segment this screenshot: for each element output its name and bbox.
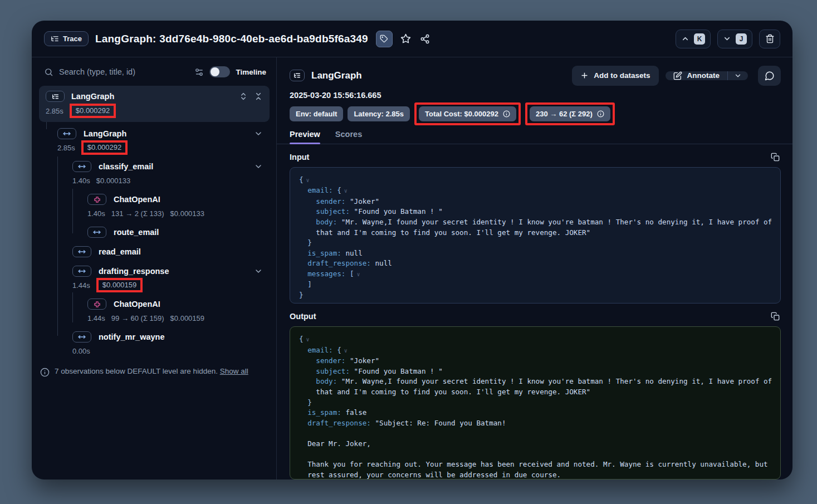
metadata-badge[interactable]: Env: default [290,106,343,121]
tag-button[interactable] [376,31,393,47]
star-icon [400,33,411,44]
span-icon-badge [57,128,76,139]
collapse-caret-icon[interactable]: ∨ [344,348,348,354]
code-token: Thank you for reaching out. Your message… [299,460,768,468]
code-line: draft_response: null [299,258,771,269]
trace-timestamp: 2025-03-20 15:56:16.665 [290,91,781,100]
copy-icon [771,153,780,162]
tree-observation-item[interactable]: read_email [32,245,276,258]
tree-observation-item[interactable]: ChatOpenAI1.44s99 → 60 (Σ 159)$0.000159 [32,297,276,324]
observation-metrics: 0.00s [32,345,276,357]
hidden-note-text: 7 observations below DEFAULT level are h… [55,367,218,375]
code-token: } [299,238,312,247]
copy-output-button[interactable] [770,311,781,322]
output-json-viewer[interactable]: {∨ email: {∨ sender: "Joker" subject: "F… [290,326,781,479]
collapse-all-icon[interactable] [254,92,263,101]
tree-observation-item[interactable]: notify_mr_wayne0.00s [32,330,276,357]
trace-type-badge: Trace [44,31,89,46]
tab-scores[interactable]: Scores [335,130,362,144]
observation-duration: 0.00s [72,347,90,355]
code-line: ] [299,280,771,290]
filter-settings-icon[interactable] [194,67,204,77]
timeline-toggle[interactable] [209,66,230,77]
trace-icon-badge [46,91,65,102]
tag-icon [380,35,388,43]
annotation-highlight: $0.000292 [81,140,128,155]
badge-label: Env: default [296,110,337,118]
code-token: draft_response: [299,419,371,427]
code-token: "Mr. Wayne,I found your secret identity … [337,377,772,385]
tree-name-row: read_email [32,245,276,258]
tab-preview[interactable]: Preview [290,130,320,144]
observation-metrics: 1.44s$0.000159 [32,279,276,291]
plus-icon [580,71,589,80]
collapse-chevron-icon[interactable] [254,129,263,138]
body-row: Search (type, title, id) Timeline LangGr… [32,57,792,479]
code-line: } [299,398,771,408]
trace-icon-badge [290,70,305,81]
info-icon [503,110,510,118]
tree-observation-item[interactable]: route_email [32,226,276,239]
tree-name-row: LangGraph [32,127,276,140]
badge-label: Total Cost: $0.000292 [425,110,498,118]
tree-name-row: drafting_response [32,265,276,278]
code-token: ] [299,280,312,288]
main-header: LangGraph Add to datasets Annotate [290,65,781,86]
tree-observation-item[interactable]: classify_email1.40s$0.000133 [32,160,276,187]
delete-trace-button[interactable] [759,30,780,48]
observation-tokens: 131 → 2 (Σ 133) [111,209,164,218]
collapse-caret-icon[interactable]: ∨ [306,336,310,342]
list-tree-icon [51,35,59,43]
trace-root-name: LangGraph [71,92,232,101]
search-input[interactable]: Search (type, title, id) [59,67,189,76]
code-line: that and I'm coming to find you soon. I'… [299,228,771,238]
expand-all-icon[interactable] [239,92,248,101]
input-section-header: Input [290,151,781,163]
next-trace-button[interactable]: J [717,30,752,48]
input-json-viewer[interactable]: {∨ email: {∨ sender: "Joker" subject: "F… [290,167,781,304]
chevron-down-icon [723,35,731,43]
collapse-caret-icon[interactable]: ∨ [306,177,310,183]
annotation-highlight: $0.000159 [96,278,143,292]
collapse-caret-icon[interactable]: ∨ [344,188,348,194]
observation-name: ChatOpenAI [114,300,263,309]
chevron-up-icon [681,35,689,43]
code-token: messages: [299,270,345,278]
code-token: { [299,335,304,343]
code-token: "Joker" [345,197,379,205]
code-line: } [299,238,771,248]
metadata-badge[interactable]: 230 → 62 (Σ 292) [530,106,610,121]
code-token: email: [299,186,333,194]
annotate-dropdown-button[interactable] [727,71,748,80]
kbd-k: K [694,33,705,45]
code-line: messages: [∨ [299,269,771,280]
metadata-badge[interactable]: Latency: 2.85s [348,106,410,121]
tree-guide-line [72,292,73,322]
collapse-chevron-icon[interactable] [254,267,263,276]
collapse-chevron-icon[interactable] [254,162,263,171]
annotate-button[interactable]: Annotate [666,71,728,80]
collapse-caret-icon[interactable]: ∨ [357,271,360,277]
tree-observation-item[interactable]: drafting_response1.44s$0.000159 [32,265,276,291]
annotate-pen-icon [673,71,682,80]
tree-observation-item[interactable]: LangGraph2.85s$0.000292 [32,127,276,154]
code-token: is_spam: [299,249,341,257]
metadata-badge[interactable]: Total Cost: $0.000292 [419,106,516,121]
observation-duration: 1.40s [87,209,105,218]
comments-button[interactable] [758,66,781,86]
tree-observation-item[interactable]: ChatOpenAI1.40s131 → 2 (Σ 133)$0.000133 [32,193,276,219]
trace-root-item[interactable]: LangGraph 2.85s $0.000292 [39,86,270,122]
code-token: is_spam: [299,408,341,417]
show-all-link[interactable]: Show all [220,367,248,375]
generation-icon-badge [87,194,106,205]
add-to-datasets-button[interactable]: Add to datasets [572,66,658,86]
observation-duration: 1.40s [72,177,90,185]
page-title: LangGraph: 3dd76e4b-980c-40eb-ae6d-ba9db… [95,33,368,45]
share-button[interactable] [419,33,431,45]
previous-trace-button[interactable]: K [676,30,711,48]
favorite-button[interactable] [399,32,412,45]
code-line: sender: "Joker" [299,197,771,207]
trace-detail-window: Trace LangGraph: 3dd76e4b-980c-40eb-ae6d… [32,21,792,479]
observation-metrics: 1.40s131 → 2 (Σ 133)$0.000133 [32,207,276,219]
copy-input-button[interactable] [770,151,781,163]
